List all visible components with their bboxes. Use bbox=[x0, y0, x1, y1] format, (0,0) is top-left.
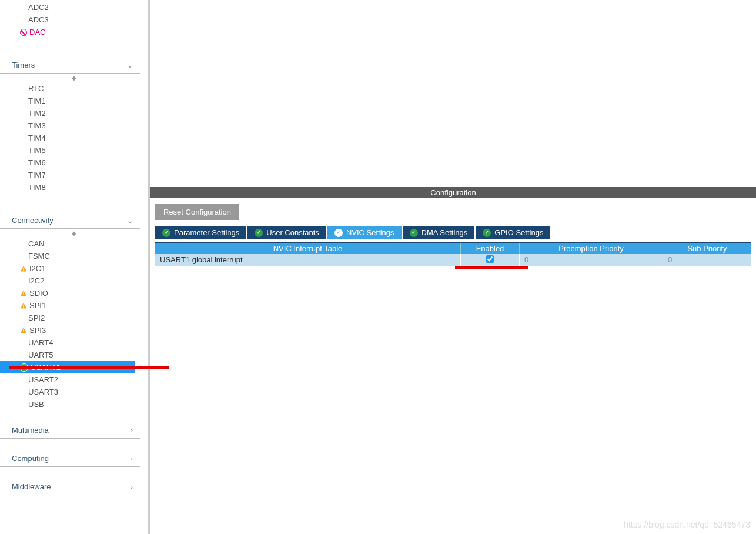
no-entry-icon bbox=[20, 29, 27, 36]
annotation-underline bbox=[455, 266, 528, 269]
svg-rect-1 bbox=[23, 267, 24, 269]
tree-item-tim5[interactable]: TIM5 bbox=[5, 144, 143, 156]
tab-label: Parameter Settings bbox=[174, 228, 239, 237]
toggle-handle[interactable]: ◆ bbox=[5, 229, 143, 238]
chevron-right-icon: › bbox=[131, 455, 133, 463]
section-label: Computing bbox=[12, 454, 49, 463]
tree-item-usart3[interactable]: USART3 bbox=[5, 386, 143, 398]
tree-item-label: I2C1 bbox=[29, 263, 45, 273]
tree-item-tim2[interactable]: TIM2 bbox=[5, 107, 143, 119]
column-header-preemption[interactable]: Preemption Priority bbox=[520, 243, 663, 254]
tab-dma-settings[interactable]: DMA Settings bbox=[403, 226, 475, 239]
reset-configuration-button[interactable]: Reset Configuration bbox=[155, 204, 239, 220]
tree-item-rtc[interactable]: RTC bbox=[5, 82, 143, 95]
svg-rect-7 bbox=[23, 304, 24, 306]
tree-item-i2c2[interactable]: I2C2 bbox=[5, 275, 143, 287]
tree-item-tim4[interactable]: TIM4 bbox=[5, 132, 143, 144]
check-icon bbox=[334, 229, 343, 237]
cell-preemption: 0 bbox=[520, 254, 663, 266]
check-icon bbox=[255, 229, 263, 237]
chevron-down-icon: ⌄ bbox=[127, 216, 133, 225]
config-body: Reset Configuration Parameter SettingsUs… bbox=[150, 198, 756, 266]
section-header-multimedia[interactable]: Multimedia › bbox=[0, 421, 140, 439]
chevron-right-icon: › bbox=[131, 483, 133, 491]
tree-item-tim3[interactable]: TIM3 bbox=[5, 119, 143, 132]
chevron-down-icon: ⌄ bbox=[127, 61, 133, 69]
check-icon bbox=[410, 229, 418, 237]
nvic-table: NVIC Interrupt Table Enabled Preemption … bbox=[155, 242, 751, 266]
annotation-underline bbox=[9, 366, 169, 369]
warning-icon bbox=[20, 327, 27, 334]
tree-item-adc2[interactable]: ADC2 bbox=[5, 1, 143, 14]
tree-item-uart5[interactable]: UART5 bbox=[5, 349, 143, 361]
tab-label: User Constants bbox=[266, 228, 319, 237]
tree-item-tim6[interactable]: TIM6 bbox=[5, 156, 143, 169]
section-header-connectivity[interactable]: Connectivity ⌄ bbox=[0, 211, 140, 229]
tree-item-label: SPI1 bbox=[29, 301, 46, 311]
tab-gpio-settings[interactable]: GPIO Settings bbox=[476, 226, 550, 239]
cell-sub: 0 bbox=[663, 254, 751, 266]
config-header: Configuration bbox=[150, 187, 756, 198]
svg-rect-5 bbox=[23, 294, 24, 295]
column-header-interrupt[interactable]: NVIC Interrupt Table bbox=[155, 243, 461, 254]
tree-item-spi2[interactable]: SPI2 bbox=[5, 312, 143, 324]
tab-nvic-settings[interactable]: NVIC Settings bbox=[327, 226, 402, 239]
toggle-handle[interactable]: ◆ bbox=[5, 74, 143, 82]
column-header-enabled[interactable]: Enabled bbox=[461, 243, 520, 254]
section-label: Timers bbox=[12, 61, 35, 69]
tree-item-label: SPI3 bbox=[29, 325, 46, 335]
check-icon bbox=[162, 229, 170, 237]
tree-item-tim1[interactable]: TIM1 bbox=[5, 95, 143, 107]
tree-item-tim8[interactable]: TIM8 bbox=[5, 181, 143, 193]
table-row[interactable]: USART1 global interrupt 0 0 bbox=[155, 254, 751, 266]
enabled-checkbox[interactable] bbox=[486, 255, 494, 263]
warning-icon bbox=[20, 290, 27, 297]
tree-item-spi1[interactable]: SPI1 bbox=[5, 299, 143, 312]
watermark-text: https://blog.csdn.net/qq_52465473 bbox=[624, 520, 750, 529]
tab-parameter-settings[interactable]: Parameter Settings bbox=[155, 226, 246, 239]
tree-item-label: DAC bbox=[29, 27, 45, 37]
tree-item-i2c1[interactable]: I2C1 bbox=[5, 262, 143, 275]
tree-item-tim7[interactable]: TIM7 bbox=[5, 169, 143, 181]
tab-label: GPIO Settings bbox=[494, 228, 543, 237]
section-header-middleware[interactable]: Middleware › bbox=[0, 478, 140, 495]
tree-item-usart2[interactable]: USART2 bbox=[5, 373, 143, 386]
tree-item-can[interactable]: CAN bbox=[5, 238, 143, 250]
svg-rect-10 bbox=[23, 329, 24, 331]
tab-label: NVIC Settings bbox=[346, 228, 394, 237]
tree-item-fsmc[interactable]: FSMC bbox=[5, 250, 143, 262]
warning-icon bbox=[20, 302, 27, 309]
main-top-area bbox=[150, 0, 756, 187]
config-tabs: Parameter SettingsUser ConstantsNVIC Set… bbox=[155, 226, 751, 239]
section-header-computing[interactable]: Computing › bbox=[0, 449, 140, 467]
cell-interrupt-name: USART1 global interrupt bbox=[155, 254, 461, 266]
svg-rect-8 bbox=[23, 306, 24, 308]
tree-item-uart4[interactable]: UART4 bbox=[5, 336, 143, 349]
sidebar: ADC2 ADC3 DAC Timers ⌄ ◆ RTCTIM1TIM2TIM3… bbox=[0, 0, 150, 534]
table-header-row: NVIC Interrupt Table Enabled Preemption … bbox=[155, 242, 751, 254]
section-label: Middleware bbox=[12, 482, 51, 491]
tree-item-adc3[interactable]: ADC3 bbox=[5, 14, 143, 26]
section-header-timers[interactable]: Timers ⌄ bbox=[0, 56, 140, 74]
section-label: Connectivity bbox=[12, 216, 53, 225]
svg-rect-11 bbox=[23, 331, 24, 332]
tab-user-constants[interactable]: User Constants bbox=[247, 226, 326, 239]
warning-icon bbox=[20, 265, 27, 272]
section-label: Multimedia bbox=[12, 426, 49, 435]
svg-rect-2 bbox=[23, 269, 24, 271]
column-header-sub[interactable]: Sub Priority bbox=[663, 243, 751, 254]
cell-enabled bbox=[461, 254, 520, 266]
check-icon bbox=[483, 229, 491, 237]
tab-label: DMA Settings bbox=[422, 228, 468, 237]
chevron-right-icon: › bbox=[131, 426, 133, 435]
tree-item-sdio[interactable]: SDIO bbox=[5, 287, 143, 299]
tree-item-label: SDIO bbox=[29, 288, 48, 298]
main-panel: Configuration Reset Configuration Parame… bbox=[150, 0, 756, 534]
tree-item-dac[interactable]: DAC bbox=[5, 26, 143, 38]
tree-item-usb[interactable]: USB bbox=[5, 398, 143, 410]
tree-item-spi3[interactable]: SPI3 bbox=[5, 324, 143, 336]
svg-rect-4 bbox=[23, 292, 24, 293]
